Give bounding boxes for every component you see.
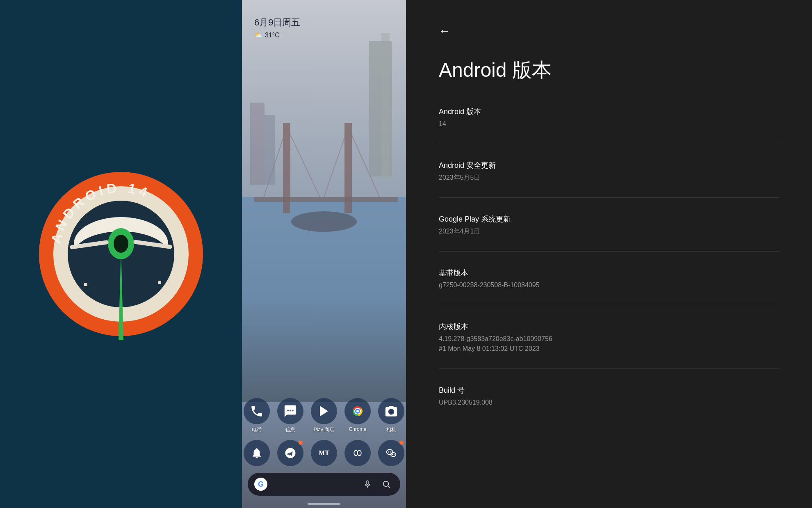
app-phone[interactable]: 电话 <box>244 398 270 433</box>
google-logo: G <box>254 478 267 491</box>
svg-point-45 <box>392 454 393 455</box>
info-section-3: 基带版本g7250-00258-230508-B-10084095 <box>439 268 779 305</box>
search-bar[interactable]: G <box>248 473 400 496</box>
phone-bottom-area: 电话 信息 Play 商店 <box>242 398 406 508</box>
info-sections: Android 版本14Android 安全更新2023年5月5日Google … <box>439 107 779 439</box>
phone-background: 6月9日周五 ⛅ 31°C 电话 <box>242 0 406 508</box>
svg-point-34 <box>292 410 294 411</box>
app-row-2: MT <box>246 440 402 466</box>
info-value-2: 2023年4月1日 <box>439 227 779 236</box>
app-bell[interactable] <box>244 440 270 466</box>
middle-panel: 6月9日周五 ⛅ 31°C 电话 <box>242 0 406 508</box>
info-label-2: Google Play 系统更新 <box>439 214 779 224</box>
info-section-1: Android 安全更新2023年5月5日 <box>439 160 779 198</box>
app-mt[interactable]: MT <box>311 440 337 466</box>
info-value-0: 14 <box>439 119 779 129</box>
svg-point-31 <box>291 211 357 232</box>
svg-point-43 <box>390 451 392 453</box>
wechat-icon-bg <box>378 440 404 466</box>
info-section-0: Android 版本14 <box>439 107 779 144</box>
svg-rect-13 <box>158 281 161 284</box>
phone-weather: ⛅ 31°C <box>254 31 394 39</box>
app-row-1: 电话 信息 Play 商店 <box>246 398 402 433</box>
camera-app-label: 相机 <box>386 426 396 433</box>
phone-date: 6月9日周五 <box>254 16 394 29</box>
info-value-1: 2023年5月5日 <box>439 173 779 183</box>
play-store-app-label: Play 商店 <box>314 426 335 433</box>
info-label-5: Build 号 <box>439 385 779 395</box>
svg-point-40 <box>390 410 393 414</box>
info-value-3: g7250-00258-230508-B-10084095 <box>439 280 779 290</box>
svg-line-48 <box>388 486 390 487</box>
phone-top-bar: 6月9日周五 ⛅ 31°C <box>242 0 406 43</box>
svg-rect-26 <box>254 197 398 202</box>
lens-icon[interactable] <box>379 477 394 492</box>
app-chrome[interactable]: Chrome <box>344 398 371 433</box>
svg-rect-11 <box>84 283 87 286</box>
svg-rect-28 <box>381 33 390 181</box>
info-label-3: 基带版本 <box>439 268 779 278</box>
info-value-5: UPB3.230519.008 <box>439 398 779 407</box>
svg-point-39 <box>356 410 359 412</box>
info-value-4: 4.19.278-g3583a720e83c-ab10090756 #1 Mon… <box>439 334 779 354</box>
app-camera[interactable]: 相机 <box>378 398 404 433</box>
info-label-0: Android 版本 <box>439 107 779 117</box>
info-section-5: Build 号UPB3.230519.008 <box>439 385 779 422</box>
telegram-icon-bg <box>277 440 303 466</box>
info-label-4: 内核版本 <box>439 322 779 332</box>
app-telegram[interactable] <box>277 440 303 466</box>
info-label-1: Android 安全更新 <box>439 160 779 170</box>
page-title: Android 版本 <box>439 58 779 82</box>
app-messages[interactable]: 信息 <box>277 398 303 433</box>
telegram-badge <box>299 441 303 445</box>
svg-point-41 <box>387 449 393 455</box>
svg-rect-29 <box>250 103 265 185</box>
phone-icon-bg <box>244 398 270 424</box>
mt-icon-bg: MT <box>311 440 337 466</box>
info-section-4: 内核版本4.19.278-g3583a720e83c-ab10090756 #1… <box>439 322 779 369</box>
bell-icon-bg <box>244 440 270 466</box>
right-panel: ← Android 版本 Android 版本14Android 安全更新202… <box>406 0 812 508</box>
android14-logo: ANDROID 14 <box>35 168 207 340</box>
svg-point-33 <box>290 410 291 411</box>
left-panel: ANDROID 14 <box>0 0 242 508</box>
camera-icon-bg <box>378 398 404 424</box>
app-play-store[interactable]: Play 商店 <box>311 398 337 433</box>
phone-app-label: 电话 <box>252 426 262 433</box>
info-section-2: Google Play 系统更新2023年4月1日 <box>439 214 779 252</box>
temperature: 31°C <box>265 32 280 39</box>
svg-marker-35 <box>320 406 328 416</box>
chrome-app-label: Chrome <box>349 426 367 432</box>
chrome-icon-bg <box>344 398 371 424</box>
svg-point-32 <box>287 410 289 411</box>
svg-point-42 <box>388 451 390 453</box>
svg-rect-12 <box>78 295 80 297</box>
home-indicator <box>308 503 340 505</box>
play-store-icon-bg <box>311 398 337 424</box>
weather-icon: ⛅ <box>254 31 262 39</box>
app-meta[interactable] <box>344 440 371 466</box>
mic-icon[interactable] <box>360 477 375 492</box>
messages-app-label: 信息 <box>285 426 295 433</box>
svg-rect-15 <box>100 307 103 309</box>
svg-rect-16 <box>139 309 141 311</box>
messages-icon-bg <box>277 398 303 424</box>
svg-point-46 <box>394 454 395 455</box>
wechat-badge <box>399 441 404 445</box>
svg-rect-30 <box>265 115 275 185</box>
app-wechat[interactable] <box>378 440 404 466</box>
svg-point-44 <box>391 453 396 457</box>
back-button[interactable]: ← <box>439 25 455 38</box>
svg-rect-14 <box>165 293 167 295</box>
meta-icon-bg <box>344 440 371 466</box>
